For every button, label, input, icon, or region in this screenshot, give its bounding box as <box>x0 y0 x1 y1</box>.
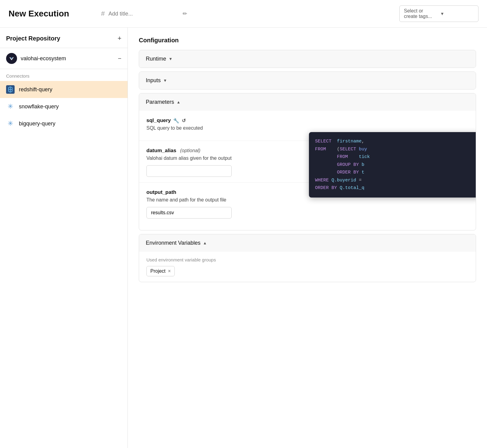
parameters-caret: ▲ <box>177 100 180 104</box>
pencil-icon[interactable]: ✏ <box>183 10 187 17</box>
add-title-input[interactable] <box>108 11 179 17</box>
param-optional-label: (optional) <box>179 148 200 153</box>
env-section-header[interactable]: Environment Variables ▲ <box>139 234 476 252</box>
connector-item-redshift[interactable]: redshift-query <box>0 81 128 98</box>
page-title: New Execution <box>9 9 94 19</box>
param-name-label-output: output_path <box>146 189 176 195</box>
layout: Project Repository + valohai-ecosystem −… <box>0 28 487 448</box>
inputs-section-header[interactable]: Inputs ▼ <box>139 72 476 89</box>
tags-select[interactable]: Select or create tags... ▼ <box>399 5 478 22</box>
env-var-body: Used environment variable groups Project… <box>139 252 476 282</box>
add-repository-button[interactable]: + <box>117 34 121 42</box>
sidebar: Project Repository + valohai-ecosystem −… <box>0 28 128 448</box>
connector-label-bigquery: bigquery-query <box>19 121 55 127</box>
env-tag-label: Project <box>150 268 166 274</box>
header: New Execution # ✏ Select or create tags.… <box>0 0 487 28</box>
param-row-sql-query: sql_query 🔧 ↺ SQL query to be executed S… <box>139 111 476 141</box>
datum-alias-input[interactable] <box>146 165 232 177</box>
env-var-groups-label: Used environment variable groups <box>146 257 468 262</box>
snowflake-icon: ✳ <box>6 102 15 111</box>
output-path-input[interactable] <box>146 207 232 219</box>
param-desc-output: The name and path for the output file <box>146 197 468 203</box>
param-name-sql-query: sql_query 🔧 ↺ <box>146 117 468 124</box>
parameters-body: sql_query 🔧 ↺ SQL query to be executed S… <box>139 111 476 230</box>
wrench-icon[interactable]: 🔧 <box>173 118 179 124</box>
env-tag-project[interactable]: Project × <box>146 266 175 276</box>
configuration-title: Configuration <box>139 37 476 44</box>
repo-item[interactable]: valohai-ecosystem − <box>0 48 128 69</box>
env-variables-section: Environment Variables ▲ Used environment… <box>139 234 476 282</box>
project-repository-label: Project Repository <box>6 35 60 42</box>
chevron-down-icon: ▼ <box>440 11 474 16</box>
inputs-label: Inputs <box>146 77 161 84</box>
sidebar-header: Project Repository + <box>0 28 128 48</box>
connector-item-snowflake[interactable]: ✳ snowflake-query <box>0 98 128 115</box>
inputs-section: Inputs ▼ <box>139 72 476 89</box>
bigquery-icon: ✳ <box>6 119 15 128</box>
param-name-label-datum: datum_alias <box>146 148 176 154</box>
param-desc-sql-query: SQL query to be executed <box>146 125 468 131</box>
runtime-section: Runtime ▼ <box>139 50 476 68</box>
sql-code-popup[interactable]: SELECT firstname, FROM (SELECT buy FROM … <box>309 132 476 198</box>
repo-name: valohai-ecosystem <box>21 55 114 62</box>
valohai-logo <box>8 55 15 62</box>
connectors-label: Connectors <box>0 69 128 81</box>
runtime-label: Runtime <box>146 56 166 62</box>
env-caret: ▲ <box>203 241 207 245</box>
hash-icon: # <box>101 10 105 18</box>
runtime-section-header[interactable]: Runtime ▼ <box>139 50 476 68</box>
collapse-repo-button[interactable]: − <box>118 55 121 62</box>
connector-item-bigquery[interactable]: ✳ bigquery-query <box>0 115 128 132</box>
param-name-label: sql_query <box>146 117 171 124</box>
main-content: Configuration Runtime ▼ Inputs ▼ Paramet… <box>128 28 487 448</box>
inputs-caret: ▼ <box>163 78 167 83</box>
parameters-label: Parameters <box>146 99 174 105</box>
redshift-icon <box>6 85 15 94</box>
connector-label-snowflake: snowflake-query <box>19 103 59 110</box>
title-section: # ✏ <box>101 10 392 18</box>
reset-icon[interactable]: ↺ <box>182 118 186 124</box>
env-tag-close-icon[interactable]: × <box>168 268 171 274</box>
repo-avatar <box>6 53 17 64</box>
parameters-section-header[interactable]: Parameters ▲ <box>139 93 476 111</box>
runtime-caret: ▼ <box>169 57 173 61</box>
env-section-label: Environment Variables <box>146 240 201 246</box>
connector-label-redshift: redshift-query <box>19 86 52 93</box>
parameters-section: Parameters ▲ sql_query 🔧 ↺ SQL query to … <box>139 93 476 230</box>
tags-placeholder: Select or create tags... <box>404 8 438 19</box>
